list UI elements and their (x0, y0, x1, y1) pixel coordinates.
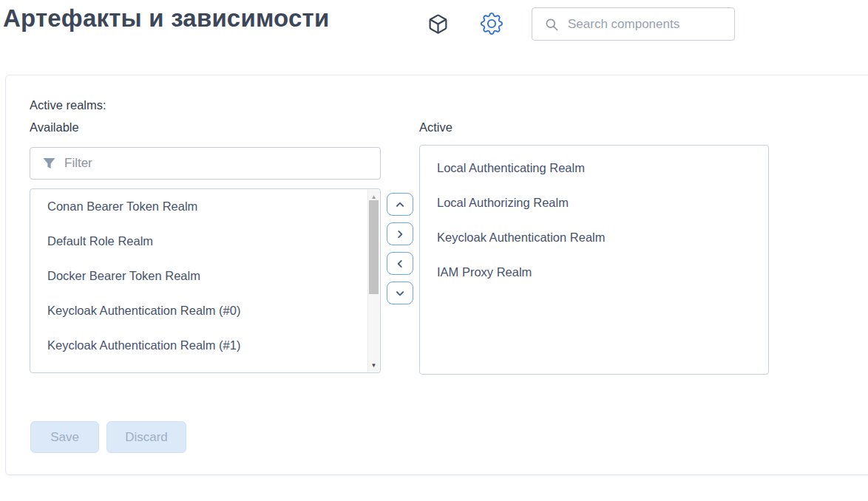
component-search (532, 7, 735, 41)
scrollbar[interactable]: ▲ ▼ (367, 190, 379, 372)
list-item[interactable]: Default Role Realm (30, 224, 380, 259)
active-realms-label: Active realms: (30, 98, 106, 112)
discard-button[interactable]: Discard (106, 421, 186, 453)
search-input[interactable] (568, 17, 731, 32)
package-icon (427, 13, 449, 35)
list-item[interactable]: Keycloak Authentication Realm (420, 220, 768, 255)
move-left-button[interactable] (387, 252, 413, 275)
available-column-label: Available (30, 120, 79, 134)
available-filter (30, 147, 381, 180)
list-item[interactable]: Docker Bearer Token Realm (30, 259, 380, 293)
list-item[interactable]: IAM Proxy Realm (420, 255, 768, 290)
gear-icon (481, 13, 503, 35)
chevron-up-icon (395, 200, 405, 210)
save-button[interactable]: Save (30, 421, 99, 453)
list-item[interactable]: Keycloak Authentication Realm (#0) (30, 293, 380, 328)
list-item[interactable]: Local Authenticating Realm (420, 151, 768, 185)
filter-icon (43, 157, 55, 170)
chevron-down-icon (395, 288, 405, 299)
filter-input[interactable] (64, 156, 373, 171)
scrollbar-down-icon[interactable]: ▼ (368, 360, 379, 370)
scrollbar-thumb[interactable] (369, 200, 379, 294)
chevron-left-icon (395, 259, 405, 269)
list-item[interactable]: Conan Bearer Token Realm (30, 189, 380, 224)
package-icon-button[interactable] (426, 12, 450, 35)
page-title: Артефакты и зависимости (3, 4, 329, 33)
chevron-right-icon (395, 229, 405, 239)
active-realms-list: Local Authenticating Realm Local Authori… (419, 145, 769, 375)
settings-button[interactable] (479, 11, 504, 36)
list-item[interactable]: Local Authorizing Realm (420, 185, 768, 220)
move-up-button[interactable] (387, 193, 413, 216)
search-icon (544, 17, 559, 32)
list-item[interactable]: Keycloak Authentication Realm (#1) (30, 328, 380, 363)
available-realms-list: Conan Bearer Token Realm Default Role Re… (30, 188, 381, 373)
move-down-button[interactable] (387, 282, 413, 304)
active-column-label: Active (419, 120, 452, 134)
move-right-button[interactable] (387, 222, 413, 245)
